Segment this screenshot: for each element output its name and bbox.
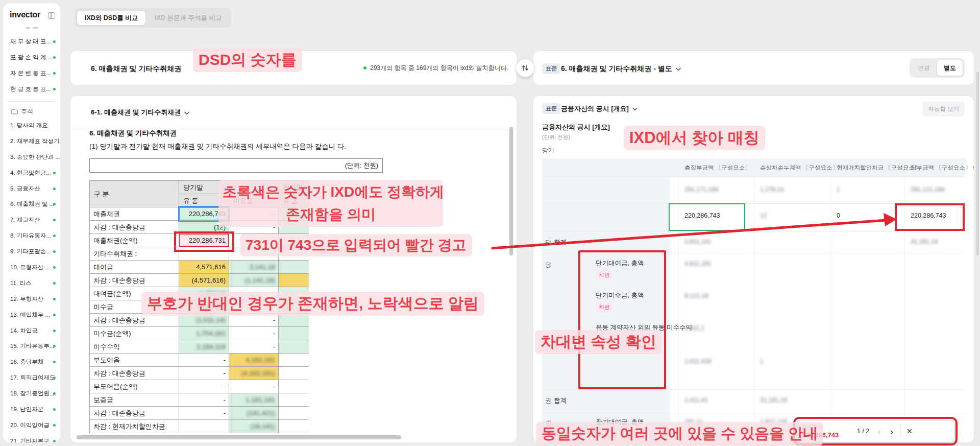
cell-value[interactable]: 8,121,18 (684, 292, 708, 299)
toggle-consolidated[interactable]: 연결 (911, 60, 937, 76)
value-cell-noncurrent[interactable]: (141,421) (229, 407, 279, 420)
sidebar-item-statement[interactable]: 포 괄 손 익 계 ... (3, 50, 60, 65)
row-label-cell[interactable]: 기타수취채권 : (90, 247, 179, 261)
row-label-cell[interactable]: 부도어음(순액) (90, 380, 179, 393)
value-cell-noncurrent[interactable]: (4,162,181) (229, 367, 279, 380)
cell-value[interactable]: 12 (760, 212, 767, 219)
row-label-cell[interactable]: 차감 : 대손충당금 (90, 367, 179, 380)
sidebar-item-note[interactable]: 6. 매출채권 및 ... (3, 196, 60, 212)
ixd-section-header[interactable]: 금융자산의 공시 [개요] (561, 104, 638, 113)
row-label-cell[interactable]: 대여금 (90, 261, 179, 274)
value-cell-current[interactable]: - (179, 407, 229, 420)
value-cell-prior[interactable]: 212,41 (279, 327, 309, 340)
sidebar-item-note[interactable]: 12. 무형자산 (3, 291, 60, 307)
sidebar-item-note[interactable]: 7. 재고자산 (3, 212, 60, 228)
row-label-cell[interactable]: 부도어음 (90, 354, 179, 367)
value-cell-prior[interactable] (279, 380, 309, 393)
cell-value[interactable]: 0 (837, 212, 840, 219)
line-item-name[interactable]: 단기대여금, 총액 (596, 259, 644, 268)
line-item-name[interactable]: 단기미수금, 총액 (596, 291, 644, 300)
sidebar-item-note[interactable]: 8. 기타유동자... (3, 228, 60, 244)
row-label-cell[interactable]: 미수금(순액) (90, 327, 179, 340)
cell-value[interactable]: 1,811,1 (684, 324, 704, 332)
cell-value[interactable]: 31,181,18 (760, 396, 787, 404)
sidebar-item-note[interactable]: 10. 유형자산 ... (3, 260, 60, 275)
dsd-section-header[interactable]: 6-1. 매출채권 및 기타수취채권 (91, 96, 189, 129)
cell-value[interactable]: 2,411,418 (684, 358, 712, 365)
value-cell-current[interactable]: - (179, 367, 229, 380)
row-label-cell[interactable]: 매출채권(순액) (90, 234, 179, 247)
value-cell-prior[interactable]: 41,41 (279, 340, 309, 354)
sidebar-item-note[interactable]: 2. 재무제표 작성기... (3, 133, 60, 149)
sync-panels-button[interactable] (516, 59, 534, 77)
row-label-cell[interactable]: 미수수익 (90, 340, 179, 354)
cell-value[interactable]: 291,171,184 (684, 186, 719, 193)
horizontal-scrollbar[interactable] (77, 435, 401, 439)
value-cell-current[interactable]: (4,571,616) (179, 274, 229, 287)
value-cell-noncurrent[interactable]: (18,141) (229, 420, 279, 433)
sidebar-item-statement[interactable]: 현 금 흐 름 표... (3, 81, 60, 97)
page-scrollbar[interactable] (976, 72, 979, 255)
sidebar-item-note[interactable]: 4. 현금및현금... (3, 165, 60, 181)
search-next-button[interactable]: › (890, 427, 893, 436)
sidebar-item-note[interactable]: 13. 매입채무 ... (3, 307, 60, 323)
sidebar-item-note[interactable]: 18. 장기종업원... (3, 386, 60, 402)
search-prev-button[interactable]: ‹ (877, 427, 880, 436)
toggle-separate[interactable]: 별도 (937, 60, 963, 76)
value-cell-noncurrent[interactable]: 3,141,18 (229, 261, 279, 274)
value-cell-prior[interactable]: 5,216 (279, 261, 309, 274)
row-label-cell[interactable]: 차감 : 현재가치할인차금 (90, 420, 179, 433)
value-cell-noncurrent[interactable]: - (229, 340, 279, 354)
search-close-button[interactable]: ✕ (906, 427, 913, 435)
value-cell-prior[interactable] (279, 393, 309, 407)
sidebar-item-note[interactable]: 1. 당사의 개요 (3, 118, 60, 133)
mismatched-value-cell[interactable]: 220,286,743 (911, 212, 946, 219)
value-cell-current[interactable]: 220,286,731 (179, 234, 229, 247)
sidebar-item-note[interactable]: 15. 기타유동부... (3, 338, 60, 354)
cell-value[interactable]: 2,411,41 (684, 396, 708, 404)
autosum-view-button[interactable]: 자동합 보기 (922, 102, 965, 116)
sidebar-item-note[interactable]: 14. 차입금 (3, 323, 60, 339)
cell-value[interactable]: 1,278,14 (760, 186, 784, 193)
value-cell-noncurrent[interactable]: - (229, 327, 279, 340)
row-label-cell[interactable]: 차감 : 대손충당금 (90, 274, 179, 287)
sidebar-item-note[interactable]: 19. 납입자본 (3, 402, 60, 417)
sidebar-item-note[interactable]: 21. 기타자본구... (3, 433, 60, 442)
sidebar-item-statement[interactable]: 자 본 변 동 표... (3, 65, 60, 81)
sidebar-item-note[interactable]: 11. 리스 (3, 275, 60, 291)
cell-value[interactable]: 31,181,14 (911, 238, 938, 245)
row-label-cell[interactable]: 매출채권 (90, 207, 179, 221)
sidebar-item-note[interactable]: 9. 기타포괄손... (3, 244, 60, 260)
value-cell-prior[interactable] (279, 367, 309, 380)
sidebar-item-note[interactable]: 17. 퇴직급여제도 (3, 370, 60, 386)
value-cell-prior[interactable]: (4,811) (279, 274, 309, 287)
value-cell-noncurrent[interactable]: (1,141,18) (229, 274, 279, 287)
sidebar-collapse-icon[interactable] (48, 12, 55, 19)
cell-value[interactable]: 291,121,184 (911, 186, 945, 193)
ixd-panel-title[interactable]: 6. 매출채권 및 기타수취채권 - 별도 (561, 64, 681, 74)
sidebar-item-note[interactable]: 20. 이익잉여금 (3, 417, 60, 433)
cell-value[interactable]: 1 (760, 358, 764, 365)
cell-value[interactable]: 1 (837, 186, 840, 193)
vertical-scrollbar[interactable] (509, 127, 513, 255)
tab-ixd-body-footnote-compare[interactable]: IXD 본문과 주석을 비교 (147, 10, 229, 26)
value-cell-current[interactable]: - (179, 354, 229, 367)
row-label-cell[interactable]: 차감 : 대손충당금 (90, 407, 179, 420)
value-cell-prior[interactable] (279, 354, 309, 367)
value-cell-noncurrent[interactable]: 1,181,181 (229, 393, 279, 407)
value-cell-prior[interactable] (279, 420, 309, 433)
value-cell-current[interactable]: - (179, 393, 229, 407)
row-label-cell[interactable]: 차감 : 대손충당금 (90, 221, 179, 234)
row-label-cell[interactable]: 보증금 (90, 393, 179, 407)
cell-value[interactable]: 3,811,141 (684, 238, 712, 245)
value-cell-current[interactable] (179, 420, 229, 433)
value-cell-current[interactable]: - (179, 380, 229, 393)
matched-value-cell[interactable]: 220,286,743 (684, 212, 720, 219)
value-cell-noncurrent[interactable]: - (229, 380, 279, 393)
value-cell-current[interactable]: 4,571,616 (179, 261, 229, 274)
sidebar-item-note[interactable]: 16. 충당부채 (3, 354, 60, 370)
tab-ixd-dsd-compare[interactable]: IXD와 DSD를 비교 (77, 10, 146, 26)
value-cell-current[interactable] (179, 247, 229, 261)
value-cell-prior[interactable] (279, 407, 309, 420)
sidebar-item-statement[interactable]: 재 무 상 태 표... (3, 34, 60, 50)
